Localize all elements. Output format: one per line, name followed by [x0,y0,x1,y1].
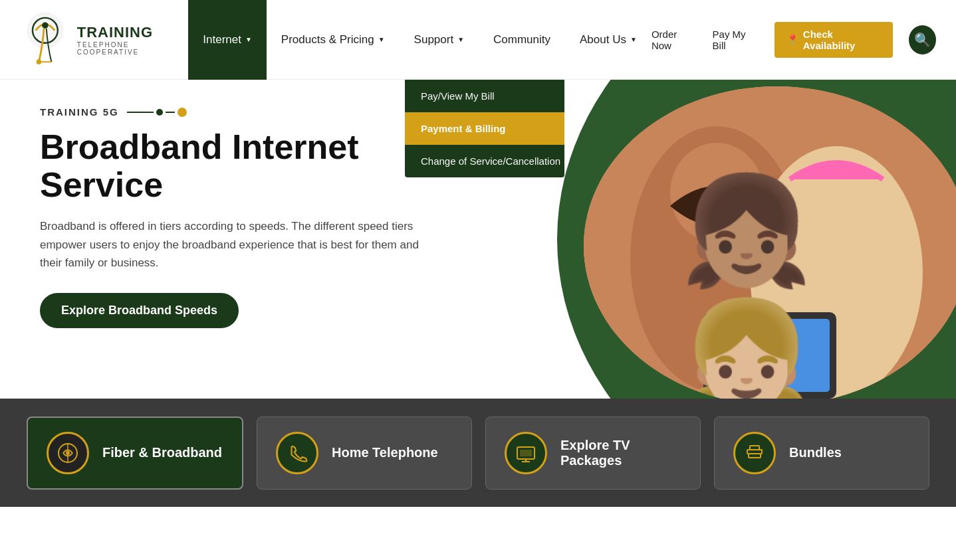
svg-point-6 [750,146,923,399]
nav-support[interactable]: Support ▼ [400,0,479,80]
explore-speeds-button[interactable]: Explore Broadband Speeds [40,293,239,328]
logo-sub: TELEPHONE COOPERATIVE [77,41,189,56]
pay-my-bill-link[interactable]: Pay My Bill [713,29,759,51]
search-icon: 🔍 [914,32,931,48]
hero-title: Broadband Internet Service [40,128,425,204]
chevron-down-icon: ▼ [245,36,252,43]
card-home-telephone[interactable]: Home Telephone [257,417,472,490]
card-bundles[interactable]: Bundles [714,417,929,490]
hero-content: TRAINING 5G Broadband Internet Service B… [40,106,425,328]
fiber-broadband-icon [47,432,89,474]
home-telephone-label: Home Telephone [332,445,438,460]
search-button[interactable]: 🔍 [909,25,936,54]
hero-badge: TRAINING 5G [40,106,425,118]
hero-image [584,86,956,399]
dropdown-change-service[interactable]: Change of Service/Cancellation [405,145,564,177]
nav-about-us[interactable]: About Us ▼ [565,0,652,80]
svg-point-2 [42,22,48,28]
hero-description: Broadband is offered in tiers according … [40,217,425,272]
main-nav: Internet ▼ Products & Pricing ▼ Support … [188,0,652,79]
svg-point-3 [37,59,42,64]
tv-packages-label: Explore TV Packages [560,438,681,468]
header: TRAINING TELEPHONE COOPERATIVE Internet … [0,0,956,80]
location-icon: 📍 [786,34,799,46]
svg-rect-17 [520,450,532,456]
chevron-down-icon: ▼ [457,36,464,43]
logo[interactable]: TRAINING TELEPHONE COOPERATIVE [20,10,188,70]
nav-community[interactable]: Community [479,0,565,80]
logo-name: TRAINING [77,24,189,41]
svg-rect-9 [703,312,836,399]
svg-rect-20 [750,446,759,450]
fiber-broadband-label: Fiber & Broadband [102,445,222,460]
logo-text-area: TRAINING TELEPHONE COOPERATIVE [77,24,189,56]
nav-products-pricing[interactable]: Products & Pricing ▼ [267,0,400,80]
dropdown-payment-billing[interactable]: Payment & Billing [405,112,564,145]
hero-photo [584,86,956,399]
dropdown-pay-view-bill[interactable]: Pay/View My Bill [405,80,564,112]
svg-rect-19 [749,454,761,458]
svg-point-7 [670,143,763,242]
home-telephone-icon [276,432,318,474]
tv-packages-icon [505,432,547,474]
chevron-down-icon: ▼ [630,36,637,43]
bundles-icon [733,432,776,474]
check-availability-button[interactable]: 📍 Check Availability [775,22,893,58]
badge-decoration [127,108,187,117]
photo-illustration [584,86,956,399]
card-tv-packages[interactable]: Explore TV Packages [485,417,701,490]
nav-internet[interactable]: Internet ▼ [188,0,267,80]
top-right-actions: Order Now Pay My Bill 📍 Check Availabili… [652,22,936,58]
svg-rect-10 [710,319,830,392]
cards-section: Fiber & Broadband Home Telephone Explore… [0,399,956,507]
chevron-down-icon: ▼ [378,36,385,43]
internet-dropdown: Pay/View My Bill Payment & Billing Chang… [405,80,564,177]
bundles-label: Bundles [789,445,842,460]
logo-icon [20,10,70,70]
order-now-link[interactable]: Order Now [652,29,697,51]
card-fiber-broadband[interactable]: Fiber & Broadband [27,417,243,490]
